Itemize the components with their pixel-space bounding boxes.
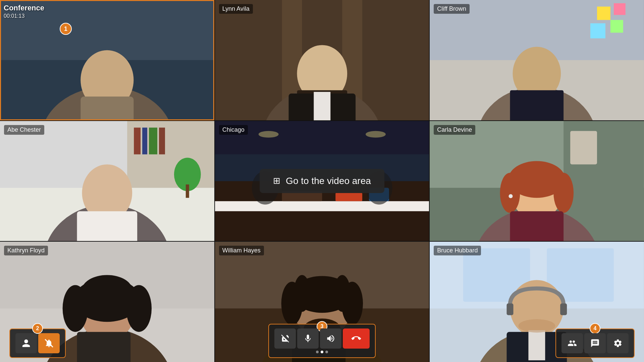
conference-timer: 00:01:13 [4, 13, 44, 19]
mute-bell-icon [44, 339, 54, 348]
speaker-icon [326, 334, 335, 343]
svg-point-44 [258, 131, 278, 137]
nav-dot-3 [325, 351, 328, 353]
svg-rect-31 [186, 184, 189, 198]
svg-rect-55 [510, 211, 564, 241]
participant-name-bruce: Bruce Hubbard [434, 246, 481, 255]
svg-rect-65 [77, 332, 131, 362]
svg-rect-27 [142, 127, 147, 154]
microphone-button[interactable] [297, 328, 319, 349]
conference-info: Conference 00:01:13 [4, 4, 44, 19]
nav-dot-1 [316, 351, 319, 353]
svg-rect-49 [570, 131, 597, 164]
conference-title: Conference [4, 4, 44, 12]
svg-rect-86 [560, 304, 567, 315]
svg-point-56 [509, 194, 513, 198]
chat-button[interactable] [584, 333, 606, 353]
participant-name-cliff: Cliff Brown [434, 4, 470, 14]
video-cell-carla[interactable]: Carla Devine [430, 121, 644, 241]
svg-rect-17 [614, 3, 626, 15]
video-cell-cliff[interactable]: Cliff Brown [430, 0, 644, 120]
svg-point-64 [82, 275, 132, 305]
chat-icon [590, 339, 600, 348]
video-cell-conference[interactable]: Conference 00:01:13 1 [0, 0, 214, 120]
participant-name-lynn: Lynn Avila [219, 4, 253, 14]
svg-point-75 [334, 275, 351, 312]
microphone-icon [303, 334, 313, 343]
toolbar-badge-left: 2 [32, 323, 43, 334]
svg-rect-26 [134, 127, 141, 154]
video-area-overlay[interactable]: ⊞ Go to the video area [260, 169, 384, 193]
svg-rect-18 [590, 23, 605, 39]
participant-name-abe: Abe Chester [4, 125, 44, 135]
svg-point-74 [293, 275, 310, 312]
toolbar-badge-right: 4 [590, 323, 600, 334]
svg-rect-19 [610, 20, 623, 33]
toolbar-right: 4 [555, 328, 635, 358]
svg-rect-29 [159, 127, 165, 154]
end-call-icon [350, 332, 363, 345]
participants-icon [568, 339, 577, 348]
person-icon [21, 339, 31, 348]
video-area-text: Go to the video area [286, 176, 371, 186]
video-cell-bruce[interactable]: Bruce Hubbard 4 [430, 242, 644, 362]
svg-point-89 [519, 319, 555, 333]
svg-rect-88 [529, 330, 545, 360]
camera-off-icon [280, 334, 290, 343]
video-cell-abe[interactable]: Abe Chester [0, 121, 214, 241]
grid-icon: ⊞ [273, 176, 280, 186]
video-cell-lynn[interactable]: Lynn Avila [215, 0, 429, 120]
mute-notif-button[interactable] [38, 333, 60, 353]
video-cell-william[interactable]: William Hayes 3 [215, 242, 429, 362]
settings-button[interactable] [607, 333, 629, 353]
video-cell-kathryn[interactable]: Kathryn Floyd 2 [0, 242, 214, 362]
svg-rect-22 [510, 90, 564, 120]
participant-name-chicago: Chicago [219, 125, 248, 135]
end-call-button[interactable] [343, 328, 370, 349]
toolbar-left: 2 [9, 328, 66, 358]
settings-icon [613, 339, 623, 348]
participant-name-william: William Hayes [219, 246, 264, 255]
svg-point-54 [554, 173, 574, 213]
svg-rect-16 [597, 7, 610, 20]
camera-off-button[interactable] [274, 328, 296, 349]
conference-badge: 1 [60, 23, 72, 35]
svg-point-45 [366, 131, 386, 137]
svg-rect-4 [80, 97, 133, 119]
video-cell-chicago[interactable]: Chicago ⊞ Go to the video area [215, 121, 429, 241]
svg-rect-85 [507, 304, 514, 315]
toolbar-center: 3 [268, 324, 376, 358]
svg-rect-34 [77, 211, 138, 241]
participant-name-kathryn: Kathryn Floyd [4, 246, 48, 255]
participants-button[interactable] [561, 333, 583, 353]
camera-person-button[interactable] [15, 333, 37, 353]
video-grid: Conference 00:01:13 1 Lynn Avila [0, 0, 644, 362]
svg-rect-28 [149, 127, 157, 154]
svg-point-53 [500, 173, 520, 213]
svg-rect-13 [314, 92, 330, 120]
svg-rect-38 [215, 201, 429, 211]
svg-rect-40 [335, 193, 362, 201]
nav-dot-2 [321, 351, 323, 353]
speaker-button[interactable] [320, 328, 341, 349]
participant-name-carla: Carla Devine [434, 125, 475, 135]
